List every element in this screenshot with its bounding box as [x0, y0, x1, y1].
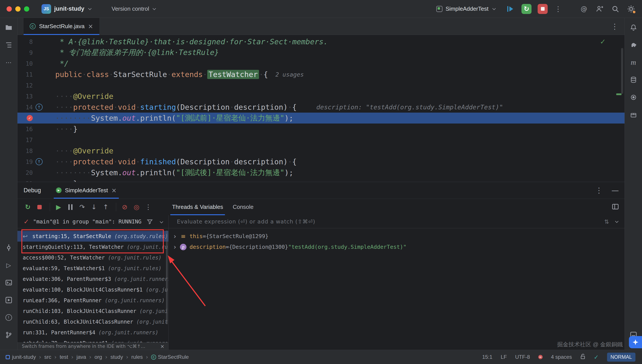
more-tools-icon[interactable]: ⋯: [3, 56, 15, 68]
tab-console[interactable]: Console: [228, 199, 258, 215]
breadcrumb-item[interactable]: java: [77, 354, 86, 360]
filter-funnel-icon[interactable]: [147, 219, 153, 225]
rerun-icon[interactable]: ↻: [23, 202, 33, 212]
indent-size[interactable]: 4 spaces: [551, 354, 572, 360]
tab-options-icon[interactable]: ⋮: [611, 22, 624, 31]
step-into-icon[interactable]: ↓: [89, 202, 99, 212]
debug-session-tab[interactable]: ▶ SimpleAdderTest ×: [54, 182, 119, 198]
tab-starsectrule-java[interactable]: C StarSectRule.java ×: [24, 18, 99, 35]
layout-settings-icon[interactable]: [612, 203, 624, 211]
override-marker-icon[interactable]: ↑: [36, 104, 43, 111]
variable-row[interactable]: ›pdescription = {Description@1300} "test…: [169, 242, 624, 252]
line-number[interactable]: 12: [18, 82, 33, 89]
project-selector[interactable]: JS junit-study: [42, 4, 91, 14]
version-control-tool-icon[interactable]: [3, 329, 15, 341]
caret-position[interactable]: 15:1: [482, 354, 492, 360]
vim-mode-badge[interactable]: NORMAL: [607, 353, 635, 362]
commit-tool-icon[interactable]: [3, 242, 15, 254]
more-debug-actions-icon[interactable]: ⋮: [143, 202, 153, 212]
structure-tool-icon[interactable]: [3, 39, 15, 51]
stack-frame[interactable]: access$000:52, TestWatcher (org.junit.ru…: [18, 252, 168, 263]
zoom-window-button[interactable]: [24, 6, 29, 12]
vcs-menu[interactable]: Version control: [112, 6, 156, 12]
chevron-down-icon[interactable]: [160, 220, 163, 224]
lock-icon[interactable]: [580, 354, 585, 360]
step-over-icon[interactable]: ↷: [77, 202, 87, 212]
tab-threads-variables[interactable]: Threads & Variables: [167, 199, 228, 215]
breadcrumb-item[interactable]: CStarSectRule: [151, 354, 189, 360]
line-number[interactable]: 14: [18, 104, 33, 111]
stack-frame[interactable]: evaluate:306, ParentRunner$3 (org.junit.…: [18, 274, 168, 284]
override-marker-icon[interactable]: ↑: [36, 158, 43, 165]
line-number[interactable]: 16: [18, 126, 33, 132]
services-tool-icon[interactable]: [3, 294, 15, 306]
expand-chevron-icon[interactable]: ›: [171, 243, 179, 251]
close-hint-icon[interactable]: ×: [160, 344, 164, 349]
resume-icon[interactable]: ▶: [54, 202, 64, 212]
line-number[interactable]: 17: [18, 136, 33, 143]
line-number[interactable]: [18, 115, 33, 121]
breadcrumb-item[interactable]: study: [111, 354, 123, 360]
breadcrumb-item[interactable]: test: [60, 354, 68, 360]
stack-frame[interactable]: ↩starting:15, StarSectRule (org.study.ru…: [18, 231, 168, 242]
code-editor[interactable]: 8 * A·{@link·TestRule}·that·is·designed·…: [18, 35, 624, 182]
gradle-icon[interactable]: [627, 39, 639, 51]
line-number[interactable]: 18: [18, 148, 33, 154]
evaluate-expression-bar[interactable]: Evaluate expression (⏎) or add a watch (…: [169, 215, 624, 228]
variables-panel[interactable]: ›≡this = {StarSectRule@1299}›pdescriptio…: [169, 228, 624, 350]
add-user-icon[interactable]: [595, 4, 604, 14]
editor-scrollbar[interactable]: [621, 48, 623, 94]
line-number[interactable]: 13: [18, 93, 33, 100]
pause-icon[interactable]: [65, 202, 75, 212]
minimize-window-button[interactable]: [15, 6, 21, 12]
dependencies-icon[interactable]: [627, 109, 639, 121]
close-window-button[interactable]: [7, 6, 12, 12]
floating-plugin-badge[interactable]: [629, 336, 642, 348]
file-encoding[interactable]: UTF-8: [515, 354, 530, 360]
stop-icon[interactable]: [35, 202, 45, 212]
view-breakpoints-icon[interactable]: ◎: [132, 202, 142, 212]
resume-program-button[interactable]: [505, 4, 515, 14]
close-tab-icon[interactable]: ×: [88, 23, 93, 30]
run-configuration-selector[interactable]: SimpleAdderTest: [436, 6, 495, 12]
maven-icon[interactable]: m: [627, 56, 639, 68]
panel-options-icon[interactable]: ⋮: [595, 186, 603, 195]
frames-scrollbar[interactable]: [166, 230, 168, 324]
line-number[interactable]: 19: [18, 158, 33, 165]
line-number[interactable]: 20: [18, 169, 33, 176]
expand-field-icon[interactable]: ⇅: [604, 218, 609, 225]
stop-button[interactable]: [538, 4, 548, 14]
line-number[interactable]: 9: [18, 49, 33, 56]
search-icon[interactable]: [610, 4, 620, 14]
expand-chevron-icon[interactable]: ›: [171, 232, 179, 240]
stack-frame[interactable]: evaluate:59, TestWatcher$1 (org.junit.ru…: [18, 263, 168, 274]
database-icon[interactable]: [627, 74, 639, 86]
line-number[interactable]: 21: [18, 180, 33, 182]
stack-frame[interactable]: runChild:103, BlockJUnit4ClassRunner (or…: [18, 306, 168, 316]
line-number[interactable]: 11: [18, 71, 33, 78]
chevron-down-icon[interactable]: [615, 220, 619, 223]
hide-panel-icon[interactable]: —: [611, 186, 619, 195]
status-indicator-icon[interactable]: [538, 355, 543, 359]
problems-tool-icon[interactable]: !: [3, 312, 15, 324]
stack-frame[interactable]: run:331, ParentRunner$4 (org.junit.runne…: [18, 327, 168, 338]
breadcrumb-item[interactable]: junit-study: [6, 354, 36, 360]
stack-frame[interactable]: evaluate:100, BlockJUnit4ClassRunner$1 (…: [18, 284, 168, 295]
frames-panel[interactable]: ↩starting:15, StarSectRule (org.study.ru…: [18, 228, 169, 350]
line-number[interactable]: 8: [18, 38, 33, 45]
endpoints-icon[interactable]: [627, 91, 639, 104]
terminal-tool-icon[interactable]: [3, 276, 15, 289]
line-number[interactable]: 10: [18, 60, 33, 67]
notifications-bell-icon[interactable]: [627, 22, 639, 34]
mentions-icon[interactable]: @: [579, 4, 589, 14]
breadcrumb-item[interactable]: src: [44, 354, 51, 360]
line-separator[interactable]: LF: [501, 354, 507, 360]
stack-frame[interactable]: runChild:63, BlockJUnit4ClassRunner (org…: [18, 316, 168, 327]
more-actions-icon[interactable]: ⋮: [554, 5, 562, 13]
stack-frame[interactable]: startingQuietly:113, TestWatcher (org.ju…: [18, 242, 168, 252]
settings-gear-icon[interactable]: [626, 4, 636, 14]
project-tool-icon[interactable]: [3, 22, 15, 34]
breadcrumb-item[interactable]: rules: [132, 354, 143, 360]
inspections-ok-icon[interactable]: ✓: [600, 38, 606, 46]
thread-selector[interactable]: ✓ "main"@1 in group "main": RUNNING: [18, 215, 169, 228]
